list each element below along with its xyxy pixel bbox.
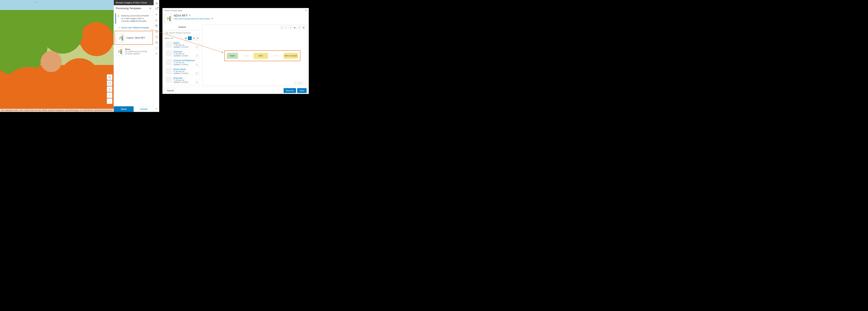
edit-title-icon[interactable]: ✎ xyxy=(189,14,191,17)
search-input[interactable]: 🔍 Search Raster Functions xyxy=(165,30,199,35)
collapse-rail-icon[interactable]: » xyxy=(154,106,159,111)
raster-function-editor-window: Raster Function Editor ✕ fx NDVI RFT ✎ A… xyxy=(162,8,309,94)
category-dropdown[interactable]: System ▾ xyxy=(165,25,199,30)
plus-icon: ＋ xyxy=(118,26,120,29)
sparkle-icon[interactable]: ✦ xyxy=(154,12,159,17)
map-zoom-in-button[interactable]: + xyxy=(107,92,113,98)
canvas-pan-icon[interactable]: ⇔ xyxy=(298,81,302,85)
svg-rect-16 xyxy=(156,47,157,49)
close-icon[interactable]: ✕ xyxy=(305,9,307,12)
function-updated: Updated: 11/15/18 xyxy=(174,72,188,74)
save-as-button[interactable]: Save As xyxy=(284,88,296,93)
add-function-icon[interactable]: ＋ xyxy=(195,81,198,83)
pencil-icon[interactable]: ✎ xyxy=(154,51,159,56)
function-card[interactable]: Contrast and Brightness🔧 by esri_enUpdat… xyxy=(165,58,199,67)
add-function-icon[interactable]: ＋ xyxy=(195,55,198,57)
auto-layout-icon[interactable]: ▭ xyxy=(280,26,284,29)
function-name: Aspect xyxy=(174,42,188,44)
function-chain-highlight: Raster NDVI NDVI Colorized xyxy=(224,50,301,61)
chevron-down-icon: ⌄ xyxy=(150,1,152,4)
swatch-icon[interactable] xyxy=(154,24,159,28)
function-list-panel: System ▾ 🔍 Search Raster Functions Items… xyxy=(164,25,200,86)
function-card[interactable]: Colormap🔧 by esri_enUpdated: 11/15/18＋ xyxy=(165,49,199,58)
view-compact-icon[interactable]: ≣ xyxy=(196,36,199,40)
map-canvas[interactable]: Leven + − Esri, Intermap, NASA, NGA, USG… xyxy=(0,0,114,112)
fit-icon[interactable]: ⤢ xyxy=(289,26,292,29)
function-card[interactable]: Aspect🔧 by esri_enUpdated: 11/15/18＋ xyxy=(165,41,199,49)
function-name: Extract Bands xyxy=(174,68,188,70)
filter-fx-icon[interactable]: fx xyxy=(154,7,159,11)
function-name: Colormap xyxy=(174,50,188,53)
svg-rect-2 xyxy=(108,82,111,84)
map-search-button[interactable] xyxy=(107,74,113,80)
function-updated: Updated: 11/15/18 xyxy=(174,81,188,83)
panel-title: Processing Templates xyxy=(116,7,141,10)
svg-rect-12 xyxy=(156,25,156,26)
node-raster[interactable]: Raster xyxy=(227,53,238,59)
function-list[interactable]: Aspect🔧 by esri_enUpdated: 11/15/18＋Colo… xyxy=(165,40,199,85)
effects-icon[interactable] xyxy=(154,29,159,34)
function-author: 🔧 by esri_en xyxy=(174,44,188,46)
beta-info-callout: 💡 Applying a processing template on a ti… xyxy=(115,13,152,24)
add-function-icon[interactable]: ＋ xyxy=(195,45,198,48)
properties-icon[interactable] xyxy=(154,1,159,6)
function-name: Contrast and Brightness xyxy=(174,59,195,62)
add-function-icon[interactable]: ＋ xyxy=(195,72,198,75)
template-card-custom-ndvi[interactable]: fx Custom. NDVI RFT xyxy=(115,31,153,45)
svg-text:fx: fx xyxy=(157,9,158,10)
close-icon[interactable]: ✕ xyxy=(149,7,152,10)
function-thumb xyxy=(166,50,172,56)
add-node-icon[interactable]: ＋ xyxy=(284,26,288,29)
view-card-icon[interactable]: ▦ xyxy=(184,36,188,40)
node-ndvi-colorized[interactable]: NDVI Colorized xyxy=(284,53,298,59)
editor-cancel-button[interactable]: Cancel xyxy=(164,88,176,93)
svg-rect-9 xyxy=(155,8,156,9)
fx-icon[interactable]: fx xyxy=(154,18,159,23)
template-card-none[interactable]: fx None No additional processing templat… xyxy=(114,45,154,58)
canvas-zoom-in-icon[interactable]: ＋ xyxy=(294,81,298,85)
cancel-button[interactable]: Cancel xyxy=(133,106,154,112)
layer-header[interactable]: Bluesky Imagery of Glen Creran ⌄ xyxy=(114,0,154,5)
function-thumb xyxy=(166,77,172,82)
import-template-link[interactable]: ＋ Import user defined template xyxy=(114,25,154,31)
view-list-icon[interactable]: ☰ xyxy=(188,36,192,40)
add-function-icon[interactable]: ＋ xyxy=(195,63,198,66)
svg-point-0 xyxy=(108,76,111,78)
delete-icon[interactable]: 🗑 xyxy=(302,26,306,29)
function-updated: Updated: 11/15/18 xyxy=(174,55,188,57)
text-icon[interactable] xyxy=(154,40,159,45)
done-button[interactable]: Done xyxy=(114,106,133,112)
layer-title: Bluesky Imagery of Glen Creran xyxy=(116,1,147,4)
svg-rect-14 xyxy=(155,42,158,43)
editor-title: NDVI RFT xyxy=(174,14,188,17)
view-grid-icon[interactable]: ▤ xyxy=(192,36,195,40)
template-sublabel: No additional processing template applie… xyxy=(125,50,149,55)
svg-point-7 xyxy=(156,3,156,4)
map-home-button[interactable] xyxy=(107,87,113,92)
map-basemap-button[interactable] xyxy=(107,80,113,86)
function-chain-canvas[interactable]: ▭ ＋ ⤢ ▶ ↺ 🗑 Raster NDVI NDVI Colorized xyxy=(202,25,307,86)
item-count: Items: 141 xyxy=(165,37,173,39)
select-icon[interactable] xyxy=(154,46,159,50)
function-card[interactable]: Grayscale🔧 by esri_enUpdated: 11/15/18＋ xyxy=(165,76,199,84)
map-powered-by: Powered by Esri xyxy=(99,109,113,111)
function-author: 🔧 by esri_en xyxy=(174,70,188,72)
reset-icon[interactable]: ↺ xyxy=(298,26,301,29)
canvas-zoom-out-icon[interactable]: − xyxy=(302,81,306,85)
function-card[interactable]: Extract Bands🔧 by esri_enUpdated: 11/15/… xyxy=(165,67,199,76)
template-label: None xyxy=(125,48,149,50)
editor-subtitle[interactable]: Add a brief summary about the raster fun… xyxy=(174,18,211,20)
map-place-label: Leven xyxy=(34,1,39,3)
function-thumb xyxy=(166,42,172,47)
edit-summary-icon[interactable]: ✎ xyxy=(211,18,213,20)
map-zoom-out-button[interactable]: − xyxy=(107,98,113,104)
validate-icon[interactable]: ▶ xyxy=(293,26,297,29)
svg-point-8 xyxy=(156,4,157,4)
function-updated: Updated: 11/15/18 xyxy=(174,64,195,66)
map-attribution: Esri, Intermap, NASA, NGA, USGS | Esri U… xyxy=(1,109,99,111)
editor-window-label: Raster Function Editor xyxy=(164,10,183,11)
save-button[interactable]: Save xyxy=(297,88,307,93)
bookmark-icon[interactable] xyxy=(154,35,159,39)
node-ndvi[interactable]: NDVI xyxy=(254,53,268,59)
function-author: 🔧 by esri_en xyxy=(174,79,188,81)
